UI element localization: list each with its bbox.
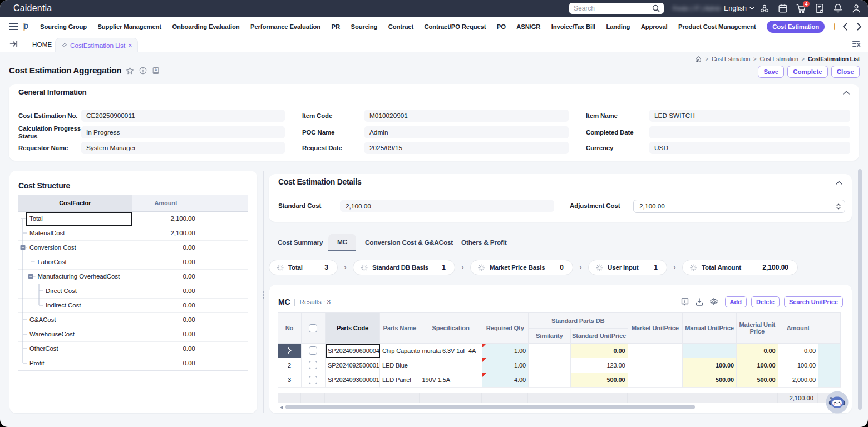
breadcrumb-item[interactable]: CostEstimation List [808,56,860,62]
checkbox-cell[interactable] [301,344,326,358]
grid-cell[interactable] [529,358,571,373]
grid-cell[interactable]: 500.00 [683,373,737,387]
col-standard-unitprice[interactable]: Standard UnitPrice [570,329,628,344]
col-parts-name[interactable]: Parts Name [380,313,420,344]
grid-cell[interactable]: 2,000.00 [778,373,818,387]
menu-item-contract[interactable]: Contract [388,23,413,30]
grid-cell[interactable]: Chip Capacitor [380,344,420,358]
scroll-left-arrow-icon[interactable] [280,406,283,409]
grid-cell[interactable] [529,373,571,387]
summary-pill-total-amount[interactable]: Total Amount2,100.00 [682,260,798,275]
save-button[interactable]: Save [758,66,784,78]
add-button[interactable]: Add [725,296,747,307]
tab-costestimation-list[interactable]: CostEstimation List × [55,38,138,52]
complete-button[interactable]: Complete [787,66,827,78]
col-similarity[interactable]: Similarity [529,329,571,344]
profile-icon[interactable] [851,3,862,14]
menu-scroll-right-icon[interactable] [855,22,864,31]
col-amount[interactable]: Amount [778,313,818,344]
collapse-details-icon[interactable] [836,177,842,187]
cost-structure-row[interactable]: Profit0.00 [18,356,248,370]
col-standard-parts-db[interactable]: Standard Parts DB [529,313,628,329]
grid-horizontal-scrollbar[interactable] [278,405,840,409]
col-material-unitprice[interactable]: Material UnitPrice [737,313,778,344]
network-share-icon[interactable] [759,3,770,14]
menu-item-approval[interactable]: Approval [641,23,668,30]
grid-cell[interactable] [683,344,737,358]
grid-cell[interactable]: 100.00 [683,358,737,373]
grid-row[interactable]: 2SP2024092500001LED Blue1.00123.00100.00… [278,358,841,373]
row-checkbox[interactable] [309,361,317,369]
summary-pill-market-price-basis[interactable]: Market Price Basis0 [470,260,573,275]
col-manual-unitprice[interactable]: Manual UnitPrice [683,313,737,344]
detail-tab-mc[interactable]: MC [328,234,356,251]
grid-cell[interactable]: 0.00 [737,344,778,358]
checkbox-cell[interactable] [301,373,326,387]
grid-row[interactable]: SP2024090600004Chip Capacitormurata 6.3V… [278,344,841,358]
grid-cell[interactable] [628,358,683,373]
collapse-general-info-icon[interactable] [843,87,850,97]
grid-cell[interactable]: 4.00 [482,373,529,387]
menu-item-contract-po-request[interactable]: Contract/PO Request [425,23,486,30]
grid-cell[interactable] [818,358,841,373]
search-unitprice-button[interactable]: Search UnitPrice [784,296,843,307]
row-selected-indicator[interactable] [278,344,301,358]
select-all-checkbox[interactable] [309,324,317,332]
col-no[interactable]: No [278,313,301,344]
cost-structure-row[interactable]: Direct Cost0.00 [18,284,248,298]
adjustment-cost-input[interactable] [634,202,832,210]
menu-item-pr[interactable]: PR [332,23,340,30]
menu-item-sourcing-group[interactable]: Sourcing Group [40,23,87,30]
info-icon[interactable] [139,67,147,75]
note-report-icon[interactable] [814,3,825,14]
cost-structure-col-factor[interactable]: CostFactor [18,195,132,211]
cost-structure-row[interactable]: OtherCost0.00 [18,341,248,356]
grid-info-tooltip-icon[interactable] [680,297,690,307]
calendar-icon[interactable] [777,3,788,14]
grid-cell[interactable]: SP2024090600004 [326,344,380,358]
cost-structure-row[interactable]: Total2,100.00 [18,211,248,226]
cost-structure-row[interactable]: G&ACost0.00 [18,312,248,327]
grid-row[interactable]: 3SP2024093000001LED Panel190V 1.5A4.0050… [278,373,841,387]
grid-cell[interactable]: SP2024093000001 [326,373,380,387]
cost-structure-row[interactable]: Conversion Cost0.00 [18,240,248,255]
grid-cell[interactable]: LED Blue [380,358,420,373]
cost-structure-row[interactable]: LaborCost0.00 [18,255,248,269]
grid-cell[interactable] [628,373,683,387]
grid-cell[interactable] [529,344,571,358]
search-icon[interactable] [652,4,660,12]
tab-close-icon[interactable]: × [128,42,132,49]
menu-item-invoice-tax-bill[interactable]: Invoice/Tax Bill [551,23,595,30]
tab-home[interactable]: HOME [29,36,55,52]
cost-structure-row[interactable]: WarehouseCost0.00 [18,327,248,341]
menu-item-asn-gr[interactable]: ASN/GR [516,23,540,30]
menu-item-cost-estimation[interactable]: Cost Estimation [767,21,825,33]
menu-item-po[interactable]: PO [497,23,506,30]
hamburger-menu-icon[interactable] [9,23,18,30]
manual-doc-icon[interactable]: A [151,67,160,75]
home-icon[interactable] [695,56,702,62]
grid-cell[interactable]: 190V 1.5A [420,373,482,387]
grid-cell[interactable]: 500.00 [737,373,778,387]
grid-cell[interactable]: 100.00 [737,358,778,373]
splitter-handle[interactable] [263,291,265,299]
col-parts-code[interactable]: Parts Code [326,313,380,344]
grid-cell[interactable]: LED Panel [380,373,420,387]
col-select-all[interactable] [301,313,326,344]
detail-tab-conversion-cost-g-acost[interactable]: Conversion Cost & G&ACost [365,234,453,251]
grid-cell[interactable]: SP2024092500001 [326,358,380,373]
col-required-qty[interactable]: Required Qty [482,313,529,344]
grid-cell[interactable]: 100.00 [778,358,818,373]
menu-item-performance-evaluation[interactable]: Performance Evaluation [250,23,320,30]
close-all-tabs-icon[interactable] [852,39,861,49]
row-checkbox[interactable] [309,346,317,355]
horizontal-scroll-thumb[interactable] [285,405,695,409]
cost-structure-row[interactable]: Indirect Cost0.00 [18,298,248,312]
summary-pill-total[interactable]: Total3 [269,260,338,275]
close-button[interactable]: Close [831,66,860,78]
cart-icon[interactable]: 4 [796,3,807,14]
col-specification[interactable]: Specification [420,313,482,344]
detail-tab-cost-summary[interactable]: Cost Summary [278,234,323,251]
download-icon[interactable] [695,297,704,307]
grid-cell[interactable]: 123.00 [570,358,628,373]
